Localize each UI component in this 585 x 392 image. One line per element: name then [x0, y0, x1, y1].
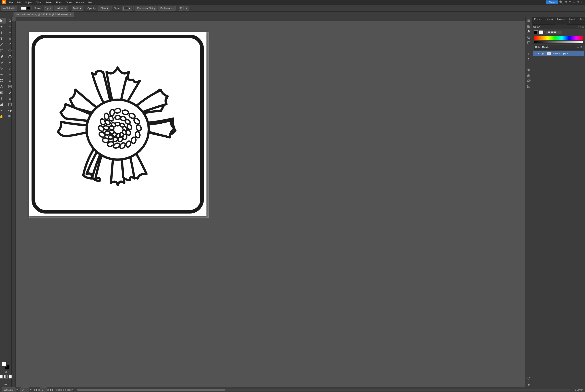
hex-input[interactable]	[546, 31, 562, 34]
line-tool-button[interactable]	[0, 42, 6, 48]
more-tools-button[interactable]: •••	[2, 381, 10, 387]
blend-tool-button[interactable]: ⋮	[0, 96, 6, 102]
slice-tool-button[interactable]: ✂	[0, 108, 6, 114]
fill-indicator[interactable]	[2, 362, 7, 367]
zoom-display[interactable]: 158.13%	[2, 387, 16, 392]
width-tool-button[interactable]: ⇔	[0, 72, 6, 78]
magic-wand-button[interactable]: ✦	[0, 24, 6, 30]
rotation-display[interactable]: 0°	[20, 387, 29, 392]
svg-rect-18	[1, 104, 2, 106]
menu-window[interactable]: Window	[74, 1, 86, 4]
document-tab[interactable]: tile sunflower1a.svg @ 158.13 % (RGB/Pre…	[13, 12, 74, 17]
layers-tab[interactable]: Layers	[555, 17, 567, 24]
menu-help[interactable]: Help	[86, 1, 95, 4]
tab-close-button[interactable]: ✕	[70, 13, 72, 16]
window-icon[interactable]: ◻	[569, 0, 571, 4]
transform-icon[interactable]	[526, 73, 531, 78]
prev-page-icon[interactable]: ◀	[38, 388, 40, 391]
gradient-color-button[interactable]	[4, 375, 8, 378]
main-layout: ✦ ⌖ T T|	[0, 17, 585, 387]
color-guide-menu-icon[interactable]: ≡	[580, 46, 582, 48]
rectangle-tool-button[interactable]	[0, 48, 6, 54]
pathfinder-icon[interactable]	[526, 78, 531, 83]
horizontal-scrollbar-thumb[interactable]	[77, 389, 225, 391]
tab-title: tile sunflower1a.svg @ 158.13 % (RGB/Pre…	[16, 13, 68, 16]
fill-color-swatch[interactable]	[21, 7, 26, 10]
properties-tab[interactable]: Proper	[532, 17, 544, 24]
stroke-dash-dropdown[interactable]: Basic ▼	[72, 6, 83, 11]
type-icon[interactable]: T	[526, 51, 531, 56]
layers-icon[interactable]	[526, 29, 531, 34]
first-page-icon[interactable]: |◀	[34, 388, 37, 391]
background-swatch[interactable]	[539, 30, 543, 34]
foreground-swatch[interactable]	[534, 30, 538, 34]
layer-lock-icon[interactable]: ○	[582, 52, 583, 55]
pencil-tool-button[interactable]	[0, 60, 6, 66]
menu-view[interactable]: View	[64, 1, 74, 4]
menu-effect[interactable]: Effect	[54, 1, 64, 4]
right-panel: Proper Librari Layers Asset I Artboa ≡ C…	[532, 17, 585, 387]
swap-icon[interactable]: ⇄	[5, 370, 7, 374]
align-icon[interactable]	[526, 67, 531, 72]
gradient-tool-button[interactable]	[0, 90, 6, 96]
last-page-icon[interactable]: ▶|	[50, 388, 53, 391]
opacity-input[interactable]: 100% ▼	[98, 6, 110, 11]
minimize-icon[interactable]: ─	[573, 0, 575, 4]
stroke-width-input[interactable]: 1 pt ▼	[44, 6, 53, 11]
canvas-area[interactable]	[12, 17, 526, 387]
arrange-icon[interactable]: ⊞	[564, 0, 567, 4]
layer-row[interactable]: 👁 ▶ ▶ ☀ Layer 1 copy 2 ○	[533, 51, 584, 56]
rotate-tool-button[interactable]: ↻	[0, 66, 6, 72]
style-dropdown[interactable]: ▼	[122, 6, 132, 11]
assets-icon[interactable]	[526, 35, 531, 40]
menu-type[interactable]: Type	[34, 1, 43, 4]
document-setup-button[interactable]: Document Setup	[135, 6, 158, 11]
assets-tab[interactable]: Asset I	[567, 17, 578, 24]
close-icon[interactable]: ✕	[580, 0, 583, 4]
stroke-color-swatch[interactable]	[27, 7, 30, 10]
selection-tool-button[interactable]	[0, 18, 6, 24]
artboards-tab[interactable]: Artboa	[577, 17, 585, 24]
layer-visibility-icon[interactable]: 👁	[534, 52, 537, 55]
menu-object[interactable]: Object	[23, 1, 34, 4]
menu-file[interactable]: File	[7, 1, 15, 4]
puppet-warp-icon[interactable]: ✱	[526, 382, 531, 387]
type-tool-button[interactable]: T	[0, 36, 6, 42]
solid-color-button[interactable]	[0, 375, 3, 378]
libraries-icon[interactable]	[526, 24, 531, 29]
chevron-down-icon-rot: ▼	[30, 388, 32, 391]
color-panel-expand-icon[interactable]: >>	[578, 26, 581, 28]
pen-tool-button[interactable]	[0, 30, 6, 36]
maximize-icon[interactable]: □	[577, 0, 578, 4]
more-button[interactable]: ▼	[184, 6, 189, 11]
color-panel-header: Color >> ≡	[532, 25, 585, 29]
share-button[interactable]: Share	[546, 0, 558, 4]
free-transform-button[interactable]	[0, 78, 6, 84]
menu-select[interactable]: Select	[44, 1, 54, 4]
tab-bar: tile sunflower1a.svg @ 158.13 % (RGB/Pre…	[0, 12, 585, 17]
color-guide-expand-icon[interactable]: >>	[576, 46, 580, 48]
search-icon[interactable]: 🔍	[559, 0, 563, 4]
libraries-tab[interactable]: Librari	[544, 17, 555, 24]
properties-icon[interactable]	[526, 18, 531, 23]
color-panel-menu-icon[interactable]: ≡	[582, 25, 584, 28]
menu-edit[interactable]: Edit	[15, 1, 23, 4]
perspective-grid-button[interactable]	[0, 84, 6, 90]
image-trace-icon[interactable]	[526, 84, 531, 89]
color-spectrum[interactable]	[534, 36, 583, 40]
artboard[interactable]	[29, 32, 206, 216]
column-graph-button[interactable]	[0, 102, 6, 108]
page-display[interactable]: 1	[40, 387, 47, 392]
svg-rect-73	[529, 25, 530, 26]
layer-name[interactable]: Layer 1 copy 2	[552, 52, 581, 55]
appearance-icon[interactable]	[526, 376, 531, 381]
hand-tool-button[interactable]: ✋	[0, 114, 6, 120]
paragraph-icon[interactable]: ¶	[526, 56, 531, 62]
preferences-button[interactable]: Preferences	[158, 6, 176, 11]
separator-4	[85, 6, 85, 10]
artboards-icon[interactable]	[526, 40, 531, 45]
stroke-type-dropdown[interactable]: Uniform ▼	[54, 6, 68, 11]
arrangement-button[interactable]: ⊞	[179, 6, 184, 11]
next-page-icon[interactable]: ▶	[48, 388, 50, 391]
paintbrush-tool-button[interactable]	[0, 54, 6, 60]
